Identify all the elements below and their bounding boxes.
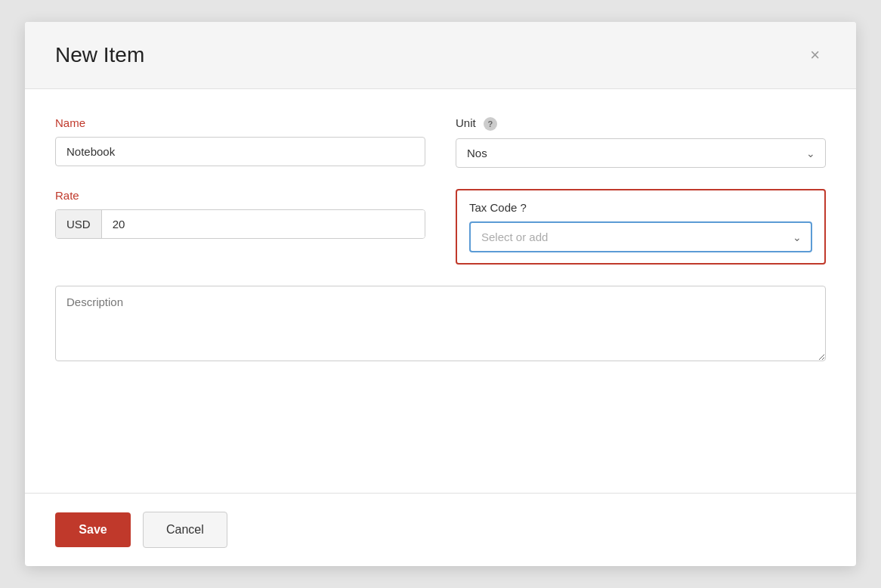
tax-code-highlight-box: Tax Code ? Select or add ⌄: [456, 189, 826, 265]
tax-select-wrapper: Select or add ⌄: [469, 221, 812, 252]
dialog-footer: Save Cancel: [25, 493, 856, 566]
tax-help-icon: ?: [521, 201, 527, 214]
tax-code-group: Tax Code ? Select or add ⌄: [456, 189, 826, 265]
close-button[interactable]: ×: [804, 44, 826, 67]
dialog-header: New Item ×: [25, 22, 856, 89]
name-input[interactable]: [55, 137, 425, 166]
unit-help-icon: ?: [484, 117, 497, 131]
name-group: Name: [55, 116, 425, 168]
description-group: [55, 286, 826, 361]
description-textarea[interactable]: [55, 286, 826, 361]
new-item-dialog: New Item × Name Unit ? Nos Pcs: [25, 22, 856, 566]
unit-group: Unit ? Nos Pcs Box Kg Liters ⌄: [456, 116, 826, 168]
rate-group: Rate USD: [55, 189, 425, 265]
unit-label: Unit ?: [456, 116, 826, 131]
row-name-unit: Name Unit ? Nos Pcs Box Kg Liters: [55, 116, 826, 168]
save-button[interactable]: Save: [55, 512, 131, 547]
unit-select[interactable]: Nos Pcs Box Kg Liters: [456, 138, 826, 168]
row-rate-tax: Rate USD Tax Code ? Select or add: [55, 189, 826, 265]
dialog-body: Name Unit ? Nos Pcs Box Kg Liters: [25, 89, 856, 493]
rate-input[interactable]: [102, 210, 425, 238]
cancel-button[interactable]: Cancel: [143, 512, 227, 548]
rate-currency-label: USD: [56, 210, 102, 238]
dialog-title: New Item: [55, 43, 144, 67]
unit-select-wrapper: Nos Pcs Box Kg Liters ⌄: [456, 138, 826, 168]
rate-input-group: USD: [55, 209, 425, 239]
tax-code-label: Tax Code ?: [469, 201, 812, 214]
tax-code-select[interactable]: Select or add: [469, 221, 812, 252]
rate-label: Rate: [55, 189, 425, 202]
name-label: Name: [55, 116, 425, 129]
